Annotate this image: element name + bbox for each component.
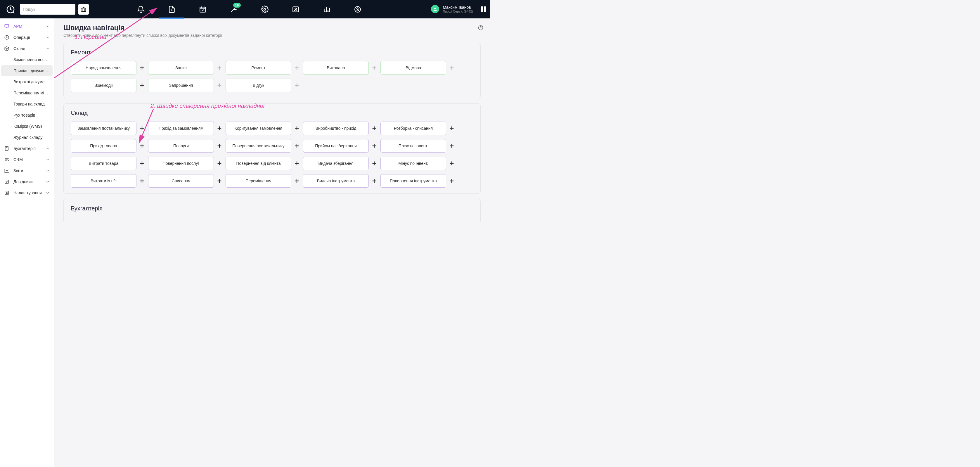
plus-icon[interactable] — [139, 125, 145, 132]
nav-tile[interactable]: Запрошення — [148, 79, 214, 92]
sidebar-item-directories[interactable]: Довідники — [0, 176, 54, 187]
plus-icon[interactable] — [139, 143, 145, 149]
nav-reports[interactable] — [321, 4, 332, 14]
help-icon[interactable] — [478, 25, 484, 31]
nav-tile[interactable]: Ремонт — [226, 61, 291, 75]
chevron-down-icon — [46, 158, 50, 162]
nav-tile[interactable]: Взаємодії — [71, 79, 137, 92]
plus-icon[interactable] — [216, 125, 223, 132]
plus-icon[interactable] — [294, 125, 300, 132]
plus-icon[interactable] — [294, 143, 300, 149]
nav-tile[interactable]: Виробництво - прихід — [303, 121, 369, 135]
plus-icon[interactable] — [139, 82, 145, 89]
nav-tile[interactable]: Запис — [148, 61, 214, 75]
plus-icon[interactable] — [294, 65, 300, 71]
user-area[interactable]: Максим Іванов Профі Сервіс (9442) — [431, 5, 487, 14]
sidebar-item-arm[interactable]: АРМ — [0, 21, 54, 32]
nav-contacts[interactable] — [290, 4, 301, 14]
nav-tile[interactable]: Повернення інструмента — [380, 174, 446, 188]
user-name: Максим Іванов — [443, 5, 473, 10]
plus-icon[interactable] — [371, 178, 377, 184]
nav-tile[interactable]: Прихід товара — [71, 139, 137, 153]
sidebar-sub-item[interactable]: Рух товарів — [0, 110, 54, 121]
nav-tile[interactable]: Переміщення — [226, 174, 291, 188]
nav-tile[interactable]: Послуги — [148, 139, 214, 153]
nav-tile[interactable]: Прийом на зберігання — [303, 139, 369, 153]
plus-icon[interactable] — [139, 178, 145, 184]
sidebar-item-crm[interactable]: CRM — [0, 154, 54, 165]
user-text: Максим Іванов Профі Сервіс (9442) — [443, 5, 473, 14]
nav-settings[interactable] — [259, 4, 270, 14]
nav-bell[interactable] — [135, 4, 146, 14]
plus-icon[interactable] — [216, 160, 223, 167]
svg-point-5 — [295, 8, 296, 10]
nav-tile[interactable]: Витрати товара — [71, 157, 137, 170]
plus-icon[interactable] — [371, 65, 377, 71]
nav-tile[interactable]: Видача інструмента — [303, 174, 369, 188]
sidebar-item-accounting[interactable]: Бухгалтерія — [0, 143, 54, 154]
chart-icon — [4, 168, 10, 173]
chevron-down-icon — [46, 169, 50, 173]
calculator-icon — [4, 146, 10, 151]
plus-icon[interactable] — [449, 125, 455, 132]
nav-new-document[interactable] — [167, 4, 177, 14]
book-icon — [4, 179, 10, 185]
plus-icon[interactable] — [294, 82, 300, 89]
nav-tile[interactable]: Відгук — [226, 79, 291, 92]
nav-tile[interactable]: Видача зберігання — [303, 157, 369, 170]
plus-icon[interactable] — [139, 65, 145, 71]
nav-tile[interactable]: Витрати із н/з — [71, 174, 137, 188]
plus-icon[interactable] — [216, 178, 223, 184]
plus-icon[interactable] — [449, 178, 455, 184]
sidebar-item-operations[interactable]: Операції — [0, 32, 54, 43]
plus-icon[interactable] — [216, 82, 223, 89]
sidebar-item-settings[interactable]: Налаштування — [0, 187, 54, 198]
sidebar-sub-item[interactable]: Переміщення мі… — [0, 88, 54, 99]
chevron-up-icon — [46, 46, 50, 51]
sidebar: АРМ Операції Склад Замовлення пос…Прихід… — [0, 18, 54, 467]
nav-tile[interactable]: Замовлення постачальнику — [71, 121, 137, 135]
plus-icon[interactable] — [449, 143, 455, 149]
sidebar-item-warehouse[interactable]: Склад — [0, 43, 54, 54]
search-input[interactable] — [23, 7, 74, 12]
plus-icon[interactable] — [449, 65, 455, 71]
nav-tile[interactable]: Коригування замовлення — [226, 121, 291, 135]
plus-icon[interactable] — [216, 65, 223, 71]
bank-button[interactable] — [78, 4, 89, 14]
nav-tile[interactable]: Плюс по інвент. — [380, 139, 446, 153]
nav-tile[interactable]: Списання — [148, 174, 214, 188]
sidebar-sub-item[interactable]: Прихідні докуме… — [1, 65, 52, 76]
plus-icon[interactable] — [294, 160, 300, 167]
plus-icon[interactable] — [294, 178, 300, 184]
sidebar-sub-item[interactable]: Витратні докуме… — [0, 76, 54, 88]
nav-tile[interactable]: Повернення послуг — [148, 157, 214, 170]
nav-money[interactable] — [352, 4, 363, 14]
sidebar-sub-item[interactable]: Журнал складу — [0, 132, 54, 143]
plus-icon[interactable] — [216, 143, 223, 149]
plus-icon[interactable] — [139, 160, 145, 167]
sidebar-sub-item[interactable]: Замовлення пос… — [0, 54, 54, 65]
nav-tile[interactable]: Розборка - списання — [380, 121, 446, 135]
nav-tile[interactable]: Повернення від клієнта — [226, 157, 291, 170]
svg-point-7 — [434, 8, 436, 9]
nav-tile[interactable]: Прихід за замовленням — [148, 121, 214, 135]
search-box[interactable] — [20, 4, 75, 14]
nav-calendar[interactable] — [197, 4, 208, 14]
sidebar-sub-item[interactable]: Комірки (WMS) — [0, 121, 54, 132]
nav-tile[interactable]: Відмова — [380, 61, 446, 75]
nav-tile[interactable]: Виконано — [303, 61, 369, 75]
user-company: Профі Сервіс (9442) — [443, 10, 473, 13]
plus-icon[interactable] — [371, 160, 377, 167]
nav-tile[interactable]: Повернення постачальнику — [226, 139, 291, 153]
svg-rect-9 — [484, 6, 486, 9]
plus-icon[interactable] — [449, 160, 455, 167]
plus-icon[interactable] — [371, 143, 377, 149]
nav-diagnostics[interactable]: 16 — [229, 4, 239, 14]
nav-tile[interactable]: Наряд замовлення — [71, 61, 137, 75]
sidebar-item-reports[interactable]: Звіти — [0, 165, 54, 176]
plus-icon[interactable] — [371, 125, 377, 132]
apps-grid-icon[interactable] — [480, 6, 487, 13]
sidebar-sub-item[interactable]: Товари на складі — [0, 99, 54, 110]
nav-tile[interactable]: Мінус по інвент. — [380, 157, 446, 170]
monitor-icon — [4, 24, 10, 29]
